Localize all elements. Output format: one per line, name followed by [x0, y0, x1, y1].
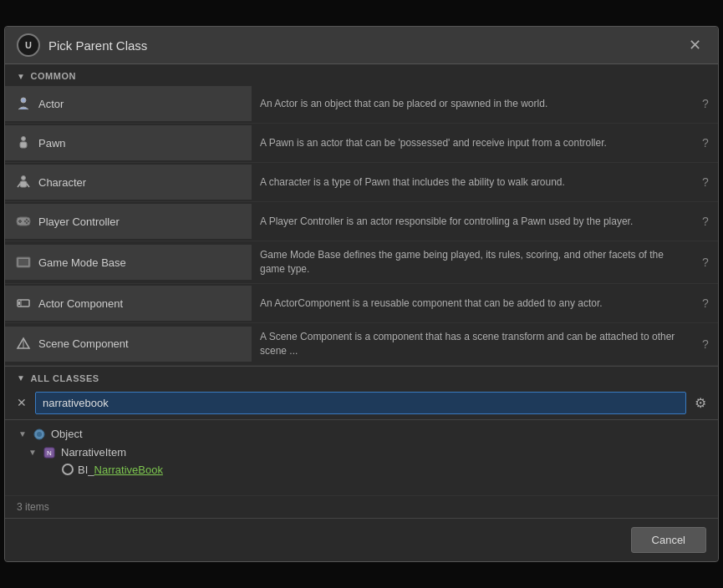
pawn-label: Pawn	[38, 137, 66, 150]
svg-rect-15	[18, 259, 28, 266]
scene-component-desc: A Scene Component is a component that ha…	[252, 325, 693, 363]
pick-parent-class-dialog: U Pick Parent Class ✕ ▼ COMMON A	[4, 26, 719, 561]
svg-rect-4	[20, 181, 27, 187]
all-classes-section-label: ALL CLASSES	[30, 373, 99, 383]
player-controller-help-icon[interactable]: ?	[693, 215, 718, 228]
scene-component-help-icon[interactable]: ?	[693, 337, 718, 351]
scene-component-button[interactable]: Scene Component	[5, 327, 252, 362]
game-mode-base-desc: Game Mode Base defines the game being pl…	[252, 243, 693, 281]
player-controller-label: Player Controller	[38, 215, 120, 228]
actor-label: Actor	[38, 98, 64, 110]
game-mode-base-icon	[15, 254, 32, 271]
object-node-icon	[32, 427, 47, 442]
svg-text:N: N	[47, 449, 52, 457]
svg-point-0	[21, 98, 26, 103]
game-mode-base-label: Game Mode Base	[38, 256, 126, 269]
common-section-label: COMMON	[30, 71, 76, 81]
actor-icon	[15, 95, 32, 112]
player-controller-desc: A Player Controller is an actor responsi…	[252, 210, 693, 234]
search-clear-button[interactable]: ✕	[13, 394, 30, 411]
search-bar: ✕ ⚙	[5, 387, 718, 420]
scene-component-icon	[15, 336, 32, 352]
game-mode-base-help-icon[interactable]: ?	[693, 256, 718, 269]
svg-point-10	[26, 219, 28, 220]
all-classes-section-header: ▼ ALL CLASSES	[5, 367, 718, 387]
pawn-help-icon[interactable]: ?	[693, 136, 718, 150]
actor-desc: An Actor is an object that can be placed…	[252, 92, 693, 116]
actor-component-label: Actor Component	[38, 297, 123, 310]
tree-item-object[interactable]: ▼ Object	[5, 425, 718, 444]
game-mode-base-button[interactable]: Game Mode Base	[5, 245, 252, 280]
actor-button[interactable]: Actor	[5, 86, 252, 121]
search-input[interactable]	[35, 392, 686, 414]
svg-point-3	[22, 176, 26, 180]
object-label: Object	[51, 428, 83, 440]
close-button[interactable]: ✕	[684, 34, 706, 56]
common-chevron-icon: ▼	[17, 72, 25, 81]
class-row-scene-component: Scene Component A Scene Component is a c…	[5, 323, 718, 366]
class-row-pawn: Pawn A Pawn is an actor that can be 'pos…	[5, 124, 718, 163]
class-row-game-mode-base: Game Mode Base Game Mode Base defines th…	[5, 241, 718, 284]
item-count: 3 items	[5, 495, 718, 518]
class-row-actor: Actor An Actor is an object that can be …	[5, 84, 718, 124]
scene-component-label: Scene Component	[38, 337, 129, 350]
character-label: Character	[38, 176, 86, 189]
cancel-button[interactable]: Cancel	[631, 527, 706, 553]
svg-rect-18	[18, 302, 20, 305]
dialog-footer: Cancel	[5, 518, 718, 561]
pawn-button[interactable]: Pawn	[5, 125, 252, 160]
player-controller-icon	[15, 213, 32, 230]
character-desc: A character is a type of Pawn that inclu…	[252, 170, 693, 195]
svg-rect-2	[20, 142, 27, 148]
dialog-titlebar: U Pick Parent Class ✕	[5, 27, 718, 64]
svg-rect-9	[18, 220, 22, 222]
all-classes-section: ▼ ALL CLASSES ✕ ⚙ ▼ Object	[5, 366, 718, 518]
actor-component-desc: An ActorComponent is a reusable componen…	[252, 291, 693, 316]
common-class-list: Actor An Actor is an object that can be …	[5, 84, 718, 365]
pawn-desc: A Pawn is an actor that can be 'possesse…	[252, 131, 693, 155]
class-row-player-controller: Player Controller A Player Controller is…	[5, 202, 718, 241]
narrative-item-node-icon: N	[42, 445, 57, 460]
tree-item-bi-narrative-book[interactable]: BI_NarrativeBook	[5, 462, 718, 478]
character-button[interactable]: Character	[5, 165, 252, 200]
ue-logo: U	[17, 33, 40, 57]
svg-point-11	[24, 220, 26, 222]
player-controller-button[interactable]: Player Controller	[5, 204, 252, 239]
character-help-icon[interactable]: ?	[693, 175, 718, 189]
titlebar-left: U Pick Parent Class	[17, 33, 147, 57]
svg-point-22	[37, 432, 42, 437]
actor-component-button[interactable]: Actor Component	[5, 286, 252, 321]
all-classes-chevron-icon: ▼	[17, 373, 25, 383]
narrative-book-highlight: NarrativeBook	[94, 464, 163, 476]
actor-component-icon	[15, 295, 32, 312]
svg-point-1	[22, 137, 26, 141]
narrative-book-leaf-icon	[62, 464, 74, 475]
tree-item-narrative-item[interactable]: ▼ N NarrativeItem	[5, 444, 718, 462]
dialog-body: ▼ COMMON Actor An Actor is an object tha…	[5, 64, 718, 517]
svg-point-13	[26, 222, 28, 224]
actor-component-help-icon[interactable]: ?	[693, 297, 718, 310]
class-row-actor-component: Actor Component An ActorComponent is a r…	[5, 284, 718, 323]
search-settings-button[interactable]: ⚙	[691, 393, 710, 413]
common-section-header: ▼ COMMON	[5, 64, 718, 84]
actor-help-icon[interactable]: ?	[693, 97, 718, 110]
dialog-overlay: U Pick Parent Class ✕ ▼ COMMON A	[0, 0, 723, 588]
narrative-book-label: BI_NarrativeBook	[78, 464, 163, 476]
class-row-character: Character A character is a type of Pawn …	[5, 163, 718, 202]
pawn-icon	[15, 134, 32, 151]
narrative-item-chevron-icon: ▼	[28, 448, 38, 457]
narrative-item-label: NarrativeItem	[61, 446, 126, 459]
object-chevron-icon: ▼	[18, 429, 28, 438]
dialog-title: Pick Parent Class	[48, 38, 147, 53]
tree-view: ▼ Object ▼ N NarrativeItem	[5, 420, 718, 495]
character-icon	[15, 174, 32, 190]
svg-point-12	[28, 220, 29, 222]
